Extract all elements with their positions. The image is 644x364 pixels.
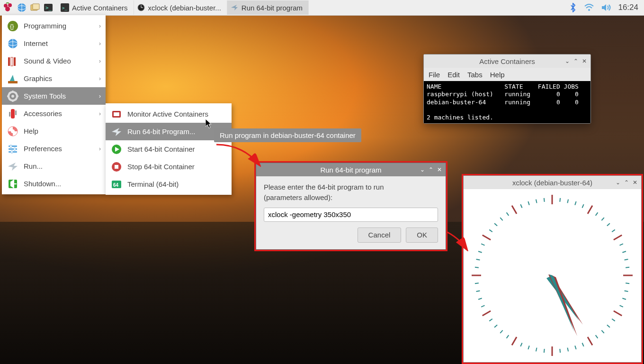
svg-point-27	[11, 95, 14, 98]
window-title: Active Containers	[479, 57, 535, 65]
cancel-button[interactable]: Cancel	[358, 228, 402, 243]
svg-line-75	[614, 311, 622, 316]
svg-line-56	[560, 198, 560, 202]
maximize-icon[interactable]: ⌃	[573, 58, 578, 64]
svg-line-88	[528, 346, 529, 349]
file-manager-launcher-icon[interactable]	[28, 1, 42, 14]
svg-line-102	[476, 259, 480, 260]
bluetooth-icon[interactable]	[569, 3, 577, 12]
menu-graphics[interactable]: Graphics›	[2, 70, 106, 87]
svg-line-62	[601, 218, 604, 220]
menu-internet[interactable]: Internet›	[2, 35, 106, 52]
task-active-containers[interactable]: >_ Active Containers	[58, 0, 134, 15]
svg-rect-36	[11, 109, 15, 118]
taskbar: >_ >_ Active Containers xclock (debian-b…	[0, 0, 644, 16]
program-input[interactable]	[264, 208, 438, 222]
menu-programming[interactable]: {}Programming›	[2, 17, 106, 35]
svg-line-57	[567, 200, 568, 203]
svg-line-83	[567, 348, 568, 352]
svg-text:64: 64	[113, 182, 119, 188]
svg-line-86	[544, 349, 545, 353]
svg-line-97	[478, 298, 482, 299]
menu-preferences[interactable]: Preferences›	[2, 140, 106, 157]
menu-tabs[interactable]: Tabs	[467, 71, 483, 79]
panel-clock[interactable]: 16:24	[618, 3, 638, 12]
window-xclock[interactable]: xclock (debian-buster-64) ⌄ ⌃ ✕	[463, 175, 642, 363]
svg-line-107	[494, 223, 497, 226]
svg-line-103	[478, 251, 482, 252]
svg-line-110	[512, 206, 517, 214]
svg-line-33	[15, 99, 17, 100]
menu-help[interactable]: Help	[490, 71, 505, 79]
submenu-terminal-64[interactable]: 64Terminal (64-bit)	[106, 175, 232, 193]
menu-run[interactable]: Run...	[2, 157, 106, 175]
titlebar[interactable]: Active Containers ⌄ ⌃ ✕	[424, 55, 590, 68]
menu-accessories[interactable]: Accessories›	[2, 105, 106, 122]
menu-shutdown[interactable]: Shutdown...	[2, 175, 106, 192]
maximize-icon[interactable]: ⌃	[429, 166, 433, 173]
svg-line-98	[476, 291, 480, 291]
svg-line-78	[601, 330, 604, 333]
terminal-output[interactable]: NAME STATE FAILED JOBS raspberrypi (host…	[424, 81, 590, 123]
svg-text:>_: >_	[62, 6, 67, 10]
svg-line-84	[560, 349, 560, 353]
ok-button[interactable]: OK	[406, 228, 438, 243]
menu-file[interactable]: File	[429, 71, 440, 79]
close-icon[interactable]: ✕	[582, 58, 587, 64]
titlebar[interactable]: Run 64-bit program ⌄ ⌃ ✕	[256, 163, 446, 176]
submenu-stop-container[interactable]: Stop 64-bit Container	[106, 158, 232, 175]
menu-edit[interactable]: Edit	[447, 71, 460, 79]
svg-line-105	[483, 235, 491, 240]
svg-line-60	[588, 206, 592, 214]
svg-point-40	[11, 129, 15, 133]
minimize-icon[interactable]: ⌄	[420, 166, 425, 173]
volume-icon[interactable]	[601, 3, 611, 12]
menu-help[interactable]: Help	[2, 122, 106, 140]
tasklist: >_ Active Containers xclock (debian-bust…	[58, 0, 309, 15]
minimize-icon[interactable]: ⌄	[616, 179, 620, 186]
close-icon[interactable]: ✕	[437, 166, 442, 173]
terminal-launcher-icon[interactable]: >_	[42, 1, 55, 14]
submenu-monitor-containers[interactable]: Monitor Active Containers	[106, 105, 232, 123]
titlebar[interactable]: xclock (debian-buster-64) ⌄ ⌃ ✕	[464, 176, 641, 189]
svg-point-45	[14, 148, 16, 150]
svg-line-71	[626, 283, 629, 283]
svg-rect-37	[9, 112, 10, 117]
close-icon[interactable]: ✕	[633, 179, 637, 186]
maximize-icon[interactable]: ⌃	[624, 179, 629, 186]
svg-line-112	[528, 201, 529, 205]
svg-line-59	[582, 204, 583, 208]
svg-rect-7	[33, 4, 39, 9]
svg-rect-24	[14, 57, 16, 66]
menu-sound-video[interactable]: Sound & Video›	[2, 52, 106, 70]
browser-launcher-icon[interactable]	[15, 1, 28, 14]
menu-system-tools[interactable]: System Tools›	[2, 87, 106, 105]
task-label: xclock (debian-buster...	[148, 4, 221, 12]
submenu-run-64bit[interactable]: Run 64-bit Program...	[106, 123, 232, 140]
menubar: File Edit Tabs Help	[424, 68, 590, 81]
svg-line-74	[620, 305, 623, 307]
svg-text:{}: {}	[10, 23, 14, 30]
svg-line-113	[536, 200, 537, 203]
svg-line-81	[582, 343, 583, 346]
svg-line-72	[625, 291, 628, 291]
clock-face	[464, 189, 641, 362]
window-active-containers[interactable]: Active Containers ⌄ ⌃ ✕ File Edit Tabs H…	[423, 54, 591, 124]
svg-line-34	[9, 99, 10, 100]
svg-line-104	[481, 244, 484, 245]
app-menu-icon[interactable]	[2, 1, 15, 14]
svg-line-90	[512, 337, 517, 345]
svg-point-16	[588, 9, 590, 11]
svg-rect-22	[8, 57, 10, 66]
wifi-icon[interactable]	[584, 3, 594, 12]
svg-line-87	[536, 348, 537, 352]
minimize-icon[interactable]: ⌄	[565, 58, 570, 64]
svg-line-92	[500, 330, 502, 333]
svg-line-64	[612, 230, 615, 232]
task-xclock[interactable]: xclock (debian-buster...	[134, 0, 227, 15]
task-label: Active Containers	[72, 4, 128, 12]
window-run64-dialog[interactable]: Run 64-bit program ⌄ ⌃ ✕ Please enter th…	[256, 163, 446, 250]
svg-line-66	[620, 244, 623, 245]
submenu-start-container[interactable]: Start 64-bit Container	[106, 140, 232, 158]
task-run64[interactable]: Run 64-bit program	[227, 0, 309, 15]
